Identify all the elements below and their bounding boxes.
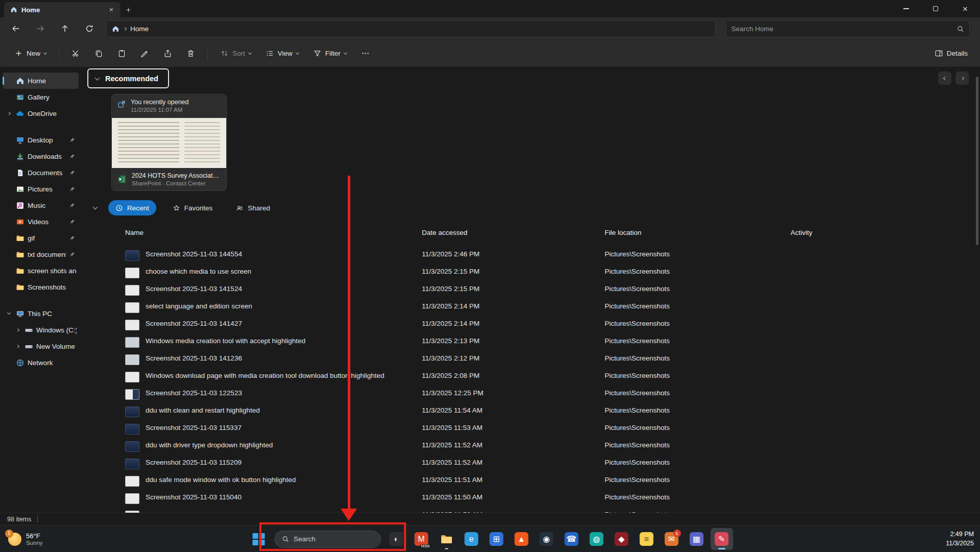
sidebar-item-screenshots[interactable]: Screenshots [3,279,79,295]
collapse-chevron-icon[interactable] [95,75,100,80]
column-header-activity[interactable]: Activity [791,229,812,236]
sidebar-item-onedrive[interactable]: OneDrive [3,105,79,122]
refresh-button[interactable] [79,20,100,37]
file-row[interactable]: ddu with driver type dropdown highlighte… [81,437,980,454]
maximize-button[interactable] [921,0,950,17]
sort-button[interactable]: Sort [215,44,256,63]
share-button[interactable] [158,44,177,63]
carousel-next-button[interactable] [955,71,969,85]
sidebar-item-desktop[interactable]: Desktop [3,132,79,148]
taskbar-app-phone-link[interactable]: ☎ [560,528,583,550]
file-row[interactable]: Screenshot 2025-11-03 141236 11/3/2025 2… [81,350,980,368]
rename-button[interactable] [135,44,154,63]
paste-button[interactable] [112,44,131,63]
carousel-prev-button[interactable] [938,71,951,85]
up-button[interactable] [54,20,76,37]
breadcrumb-item-home[interactable]: Home [130,25,149,33]
more-options-button[interactable] [356,44,375,63]
tab-close-button[interactable]: × [106,5,116,15]
sidebar-item-screen-shots-and-pi[interactable]: screen shots and pi [3,262,79,279]
address-bar[interactable]: Home [106,20,715,37]
sidebar-item-home[interactable]: Home [3,73,79,89]
taskbar-app-paint[interactable]: ✎ [710,528,733,550]
taskbar-search-box[interactable]: Search [274,531,380,548]
new-button[interactable]: New [9,44,52,63]
vertical-scrollbar[interactable] [976,73,978,507]
start-button[interactable] [247,528,270,550]
column-header-name[interactable]: Name [125,229,144,236]
taskbar-app-file-explorer[interactable] [435,528,458,550]
recommended-label: Recommended [105,75,158,83]
sidebar-item-videos[interactable]: Videos [3,213,79,230]
weather-widget[interactable]: 5 56°F Sunny [3,528,48,550]
scrollbar-thumb[interactable] [976,77,978,245]
taskbar-app-microsoft-365[interactable]: M M365 [410,528,433,550]
close-button[interactable]: × [950,0,980,17]
file-date-accessed: 11/3/2025 2:14 PM [422,302,480,310]
minimize-button[interactable] [891,0,921,17]
sidebar-item-downloads[interactable]: Downloads [3,148,79,164]
recommended-section-header[interactable]: Recommended [87,68,169,88]
column-header-file-location[interactable]: File location [605,229,641,236]
sidebar-item-documents[interactable]: Documents [3,164,79,181]
file-row[interactable]: ddu with clean and restart highlighted 1… [81,402,980,420]
file-row[interactable]: Screenshot 2025-11-03 115337 11/3/2025 1… [81,420,980,437]
collapse-chevron-icon[interactable] [93,205,98,210]
file-row[interactable]: Windows media creation tool with accept … [81,333,980,350]
file-row[interactable]: Screenshot 2025-11-03 141524 11/3/2025 2… [81,281,980,298]
copy-button[interactable] [89,44,108,63]
tab-recent[interactable]: Recent [108,200,156,215]
taskbar-app-edge[interactable]: e [460,528,483,550]
search-box[interactable] [726,20,970,37]
column-header-date-accessed[interactable]: Date accessed [422,229,467,236]
taskbar-app-globe-app[interactable]: ◍ [585,528,608,550]
file-row[interactable]: choose which media to use screen 11/3/20… [81,263,980,281]
details-button[interactable]: Details [929,44,973,63]
sidebar-item-windows-c[interactable]: Windows (C:) [11,322,79,338]
file-row[interactable]: ddu safe mode window with ok button high… [81,472,980,489]
sidebar-item-gallery[interactable]: Gallery [3,89,79,105]
cut-button[interactable] [66,44,85,63]
sidebar-item-this-pc[interactable]: This PC [3,305,79,322]
delete-button[interactable] [181,44,200,63]
taskbar-app-store[interactable]: ⊞ [485,528,508,550]
file-row[interactable]: select language and edition screen 11/3/… [81,298,980,316]
forward-button[interactable] [30,20,51,37]
file-row[interactable]: Screenshot 2025-11-03 115209 11/3/2025 1… [81,454,980,472]
expand-chevron-slot[interactable] [6,313,12,314]
view-button[interactable]: View [260,44,304,63]
expand-chevron-slot[interactable] [6,112,12,115]
new-tab-button[interactable] [121,2,136,17]
file-row[interactable]: Screenshot 2025-11-03 144554 11/3/2025 2… [81,246,980,263]
recommended-file-card[interactable]: You recently opened 11/2/2025 11:07 AM 2… [111,94,227,191]
app-icon: ☎ [565,532,579,546]
back-button[interactable] [5,20,27,37]
taskbar-app-mail[interactable]: ✉ 5 [660,528,683,550]
sidebar-item-pictures[interactable]: Pictures [3,181,79,197]
taskbar-app-copilot[interactable]: ◐ [385,528,408,550]
window-tab-home[interactable]: Home × [4,2,121,17]
tab-shared[interactable]: Shared [229,200,277,215]
sidebar-item-network[interactable]: Network [3,354,79,371]
taskbar-app-steam[interactable]: ◉ [535,528,558,550]
search-input[interactable] [731,25,957,33]
search-icon[interactable] [957,25,964,33]
file-row[interactable]: Screenshot 2025-11-03 115040 11/3/2025 1… [81,489,980,507]
taskbar-clock[interactable]: 2:49 PM 11/3/2025 [946,530,974,548]
file-row[interactable]: Screenshot 2025-11-03 122523 11/3/2025 1… [81,385,980,402]
expand-chevron-slot[interactable] [14,345,21,348]
sidebar-item-txt-documents[interactable]: txt documents [3,246,79,262]
sidebar-item-new-volume-d[interactable]: New Volume (D:) [11,338,79,354]
expand-chevron-slot[interactable] [14,329,21,331]
file-row[interactable]: Screenshot 2025-11-03 141427 11/3/2025 2… [81,316,980,333]
taskbar-app-security-app[interactable]: ◆ [610,528,633,550]
file-row[interactable]: Windows download page with media creatio… [81,368,980,385]
sidebar-item-music[interactable]: Music [3,197,79,213]
tab-favorites[interactable]: Favorites [165,200,220,215]
taskbar-app-brave[interactable]: ▲ [510,528,533,550]
filter-button[interactable]: Filter [308,44,352,63]
sidebar-item-gif[interactable]: gif [3,230,79,246]
taskbar-app-photos[interactable]: ▦ [685,528,708,550]
file-row[interactable]: 11/3/2025 11:50 AM Pictures\Screenshots [81,507,980,513]
taskbar-app-notepad[interactable]: ≡ [635,528,658,550]
